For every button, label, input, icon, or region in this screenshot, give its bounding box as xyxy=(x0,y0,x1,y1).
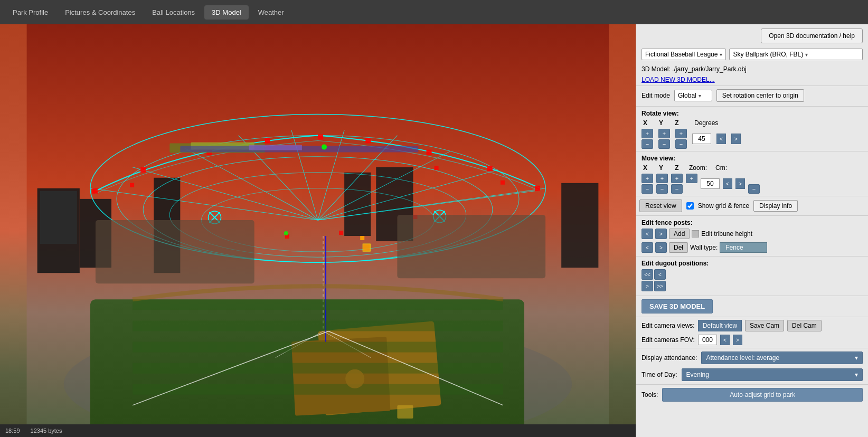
rotate-z-minus-btn[interactable]: − xyxy=(675,139,687,149)
rotate-y-label: Y xyxy=(657,119,665,127)
move-x-controls: + − xyxy=(641,174,653,194)
rotate-y-minus-btn[interactable]: − xyxy=(658,139,670,149)
save-cam-button[interactable]: Save Cam xyxy=(745,320,784,331)
fence-add-btn[interactable]: Add xyxy=(669,229,690,239)
camera-default-view[interactable]: Default view xyxy=(698,320,742,331)
edit-mode-arrow-icon: ▾ xyxy=(699,93,701,99)
svg-rect-62 xyxy=(397,215,545,278)
fence-del-btn[interactable]: Del xyxy=(669,242,688,253)
model-label: 3D Model: xyxy=(641,65,671,73)
dugout-gt-gt-btn[interactable]: >> xyxy=(654,281,666,291)
svg-rect-67 xyxy=(133,363,503,374)
auto-adjust-button[interactable]: Auto-adjust grid to park xyxy=(662,388,863,402)
nav-park-profile[interactable]: Park Profile xyxy=(5,5,55,20)
reset-view-button[interactable]: Reset view xyxy=(639,200,682,212)
zoom-inc-btn[interactable]: > xyxy=(735,178,745,189)
main-area: 18:59 12345 bytes Open 3D documentation … xyxy=(0,24,868,437)
fence-posts-label: Edit fence posts: xyxy=(636,217,868,227)
top-navigation: Park Profile Pictures & Coordinates Ball… xyxy=(0,0,868,24)
rotate-controls-row: + − + − + − < > xyxy=(636,128,868,150)
svg-rect-38 xyxy=(501,180,505,185)
set-rotation-button[interactable]: Set rotation center to origin xyxy=(716,89,804,102)
svg-point-50 xyxy=(284,231,288,235)
svg-rect-37 xyxy=(130,183,134,187)
time-of-day-dropdown[interactable]: Evening ▾ xyxy=(682,368,863,381)
nav-ball-locations[interactable]: Ball Locations xyxy=(145,5,202,20)
attendance-label: Display attendance: xyxy=(641,354,697,362)
attendance-dropdown[interactable]: Attendance level: average ▾ xyxy=(701,352,863,364)
move-x-minus-btn[interactable]: − xyxy=(641,184,653,194)
move-y-plus-btn[interactable]: + xyxy=(656,174,668,183)
zoom-controls: + − xyxy=(686,174,697,194)
dugout-gt-btn[interactable]: > xyxy=(641,281,653,291)
move-z-plus-btn[interactable]: + xyxy=(671,174,683,183)
svg-rect-65 xyxy=(133,320,503,331)
svg-rect-36 xyxy=(535,186,540,191)
svg-rect-61 xyxy=(96,220,254,283)
time-of-day-value: Evening xyxy=(686,371,709,378)
zoom-plus-btn[interactable]: + xyxy=(686,174,697,183)
rotate-y-plus-btn[interactable]: + xyxy=(658,129,670,138)
move-y-label: Y xyxy=(657,164,665,172)
rotate-z-label: Z xyxy=(673,119,681,127)
extra-minus-btn[interactable]: − xyxy=(748,184,760,194)
camera-row: Edit camera views: Default view Save Cam… xyxy=(636,318,868,333)
fence-right-bot-btn[interactable]: > xyxy=(655,242,667,253)
rotate-x-controls: + − xyxy=(641,129,653,149)
svg-rect-66 xyxy=(133,342,503,353)
svg-rect-44 xyxy=(363,244,370,251)
park-arrow-icon: ▾ xyxy=(805,52,808,58)
nav-weather[interactable]: Weather xyxy=(251,5,291,20)
fence-left-bot-btn[interactable]: < xyxy=(641,242,653,253)
attendance-value: Attendance level: average xyxy=(706,354,779,362)
league-arrow-icon: ▾ xyxy=(720,52,722,58)
3d-viewport[interactable]: 18:59 12345 bytes xyxy=(0,24,636,437)
camera-fov-input[interactable] xyxy=(698,335,717,345)
edit-tribune-label: Edit tribune height xyxy=(701,230,752,238)
rotate-x-minus-btn[interactable]: − xyxy=(641,139,653,149)
svg-rect-39 xyxy=(435,166,439,170)
svg-rect-32 xyxy=(318,135,323,140)
edit-mode-dropdown[interactable]: Global ▾ xyxy=(674,90,712,101)
nav-pictures-coordinates[interactable]: Pictures & Coordinates xyxy=(58,5,143,20)
status-time: 18:59 xyxy=(5,428,20,434)
park-dropdown[interactable]: Sky Ballpark (BRO, FBL) ▾ xyxy=(729,49,863,60)
show-grid-checkbox[interactable] xyxy=(686,202,694,210)
svg-rect-2 xyxy=(40,191,77,244)
display-info-button[interactable]: Display info xyxy=(753,200,798,212)
del-cam-button[interactable]: Del Cam xyxy=(787,320,822,331)
fence-right-top-btn[interactable]: > xyxy=(655,229,667,239)
fence-posts-row2: < > Del Wall type: Fence xyxy=(636,241,868,255)
camera-fov-row: Edit cameras FOV: < > xyxy=(636,333,868,347)
svg-rect-35 xyxy=(487,166,493,172)
dugout-lt-lt-btn[interactable]: << xyxy=(641,269,653,280)
zoom-input[interactable] xyxy=(701,178,720,189)
dugout-label: Edit dugout positions: xyxy=(636,258,868,268)
svg-rect-70 xyxy=(397,405,413,419)
svg-rect-41 xyxy=(339,231,343,235)
save-3d-model-button[interactable]: SAVE 3D MODEL xyxy=(641,299,713,314)
time-of-day-arrow-icon: ▾ xyxy=(855,371,858,378)
league-dropdown[interactable]: Fictional Baseball League ▾ xyxy=(641,49,726,60)
zoom-dec-btn[interactable]: < xyxy=(723,178,732,189)
fence-left-top-btn[interactable]: < xyxy=(641,229,653,239)
move-y-minus-btn[interactable]: − xyxy=(656,184,668,194)
move-controls-row: + − + − + − + − < > + − xyxy=(636,173,868,195)
rotate-x-plus-btn[interactable]: + xyxy=(641,129,653,138)
degrees-dec-btn[interactable]: < xyxy=(716,134,726,144)
fov-dec-btn[interactable]: < xyxy=(720,335,730,345)
load-new-model-link[interactable]: LOAD NEW 3D MODEL... xyxy=(636,75,868,84)
fov-inc-btn[interactable]: > xyxy=(733,335,742,345)
nav-3d-model[interactable]: 3D Model xyxy=(204,5,249,20)
move-z-minus-btn[interactable]: − xyxy=(671,184,683,194)
svg-rect-43 xyxy=(360,236,364,240)
rotate-z-plus-btn[interactable]: + xyxy=(675,129,687,138)
svg-point-69 xyxy=(345,369,364,388)
move-x-plus-btn[interactable]: + xyxy=(641,174,653,183)
attendance-row: Display attendance: Attendance level: av… xyxy=(636,349,868,366)
dugout-lt-btn[interactable]: < xyxy=(654,269,666,280)
extra-minus-col: + − xyxy=(748,174,760,194)
open-docs-button[interactable]: Open 3D documentation / help xyxy=(761,28,863,43)
degrees-input[interactable] xyxy=(692,134,711,144)
degrees-inc-btn[interactable]: > xyxy=(731,134,741,144)
